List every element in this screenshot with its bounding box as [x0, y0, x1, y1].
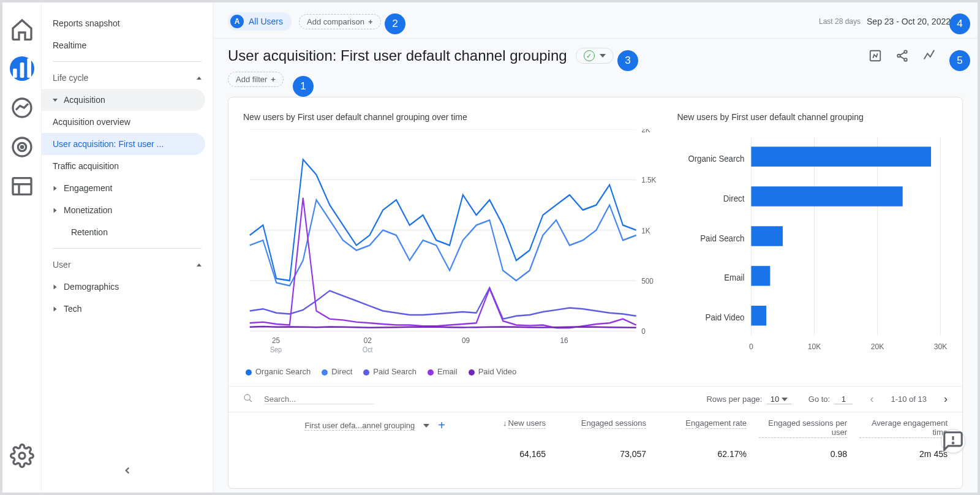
- chevron-right-icon: [54, 306, 57, 311]
- svg-line-52: [249, 399, 252, 402]
- nav-realtime[interactable]: Realtime: [42, 34, 213, 56]
- customize-icon[interactable]: [869, 48, 882, 64]
- home-icon[interactable]: [10, 17, 34, 42]
- search-icon: [243, 393, 253, 405]
- svg-text:09: 09: [462, 336, 470, 345]
- svg-text:Sep: Sep: [270, 346, 282, 353]
- legend-item[interactable]: Direct: [322, 367, 352, 376]
- svg-text:0: 0: [641, 327, 646, 336]
- svg-text:1K: 1K: [641, 226, 650, 235]
- legend-item[interactable]: Email: [428, 367, 458, 376]
- date-range-picker[interactable]: Last 28 days Sep 23 - Oct 20, 2022: [819, 17, 963, 26]
- svg-text:Paid Search: Paid Search: [701, 233, 745, 243]
- chevron-down-icon: [53, 99, 58, 102]
- rows-per-page-label: Rows per page:: [706, 395, 762, 404]
- svg-text:0: 0: [749, 341, 753, 351]
- svg-text:16: 16: [560, 336, 568, 345]
- svg-rect-7: [13, 178, 31, 195]
- line-chart: 05001K1.5K2K25Sep02Oct0916: [243, 129, 662, 353]
- svg-rect-46: [752, 226, 783, 246]
- advertising-icon[interactable]: [10, 135, 34, 159]
- page-title: User acquisition: First user default cha…: [228, 47, 567, 64]
- nav-engagement[interactable]: Engagement: [42, 177, 213, 199]
- svg-text:500: 500: [641, 276, 654, 285]
- svg-point-6: [21, 146, 23, 148]
- legend-item[interactable]: Paid Search: [363, 367, 417, 376]
- feedback-button[interactable]: [941, 429, 965, 453]
- svg-rect-44: [752, 186, 903, 206]
- svg-text:02: 02: [364, 336, 372, 345]
- settings-icon[interactable]: [10, 444, 34, 468]
- add-comparison-button[interactable]: Add comparison +: [299, 14, 381, 29]
- line-chart-title: New users by First user default channel …: [243, 112, 662, 122]
- explore-icon[interactable]: [10, 96, 34, 120]
- svg-point-51: [244, 395, 250, 400]
- report-nav: Reports snapshot Realtime Life cycle Acq…: [42, 2, 213, 493]
- insights-icon[interactable]: [922, 48, 936, 64]
- col-avg-engagement-time[interactable]: Average engagement time: [847, 418, 948, 438]
- main-content: A All Users Add comparison + Last 28 day…: [213, 2, 978, 493]
- chevron-right-icon: [54, 208, 57, 213]
- plus-icon: +: [271, 75, 276, 84]
- svg-rect-48: [752, 266, 771, 285]
- nav-user-section[interactable]: User: [42, 254, 213, 276]
- nav-tech[interactable]: Tech: [42, 298, 213, 320]
- nav-retention[interactable]: Retention: [42, 221, 213, 243]
- legend-item[interactable]: Paid Video: [469, 367, 517, 376]
- svg-text:Oct: Oct: [363, 346, 373, 353]
- svg-rect-42: [752, 146, 932, 166]
- bar-chart: 010K20K30KOrganic SearchDirectPaid Searc…: [677, 129, 948, 353]
- bar-chart-title: New users by First user default channel …: [677, 112, 948, 122]
- svg-text:Direct: Direct: [723, 193, 745, 203]
- svg-text:Organic Search: Organic Search: [688, 153, 745, 164]
- segment-chip[interactable]: A All Users: [228, 12, 292, 31]
- legend-item[interactable]: Organic Search: [246, 367, 311, 376]
- dimension-picker[interactable]: First user defa...annel grouping: [304, 421, 415, 431]
- nav-collapse-icon[interactable]: [122, 465, 133, 478]
- chevron-down-icon: [423, 424, 429, 428]
- next-page-button[interactable]: ›: [944, 393, 948, 406]
- chevron-down-icon: [600, 54, 606, 58]
- reports-icon[interactable]: [10, 56, 34, 81]
- nav-traffic-acquisition[interactable]: Traffic acquisition: [42, 155, 213, 177]
- col-engagement-rate[interactable]: Engagement rate: [646, 418, 747, 429]
- goto-input[interactable]: 1: [834, 395, 853, 404]
- nav-monetization[interactable]: Monetization: [42, 199, 213, 221]
- svg-text:25: 25: [272, 336, 280, 345]
- nav-acq-overview[interactable]: Acquisition overview: [42, 111, 213, 133]
- callout-5: 5: [949, 50, 970, 71]
- svg-point-10: [19, 453, 25, 459]
- prev-page-button[interactable]: ‹: [870, 393, 873, 406]
- nav-acquisition[interactable]: Acquisition: [42, 89, 205, 111]
- svg-text:10K: 10K: [808, 341, 821, 351]
- table-search-input[interactable]: [264, 395, 374, 404]
- svg-point-14: [904, 58, 907, 61]
- nav-demographics[interactable]: Demographics: [42, 276, 213, 298]
- nav-life-cycle[interactable]: Life cycle: [42, 67, 213, 89]
- svg-text:Paid Video: Paid Video: [706, 312, 745, 323]
- page-range: 1-10 of 13: [891, 395, 927, 404]
- col-new-users[interactable]: ↓New users: [445, 418, 546, 429]
- col-engaged-per-user[interactable]: Engaged sessions per user: [747, 418, 847, 438]
- add-dimension-button[interactable]: +: [438, 418, 445, 433]
- svg-text:Email: Email: [725, 273, 745, 283]
- rows-per-page-select[interactable]: 10: [767, 395, 791, 404]
- data-quality-chip[interactable]: ✓: [576, 48, 614, 64]
- share-icon[interactable]: [895, 48, 909, 64]
- check-circle-icon: ✓: [584, 50, 595, 61]
- nav-reports-snapshot[interactable]: Reports snapshot: [42, 12, 213, 34]
- configure-icon[interactable]: [10, 174, 34, 198]
- segment-badge: A: [230, 15, 244, 28]
- add-filter-button[interactable]: Add filter +: [228, 72, 284, 87]
- chevron-up-icon: [197, 263, 202, 266]
- svg-text:2K: 2K: [641, 129, 650, 134]
- svg-point-54: [952, 442, 954, 444]
- col-engaged-sessions[interactable]: Engaged sessions: [546, 418, 646, 429]
- svg-rect-0: [13, 69, 17, 78]
- icon-rail: [2, 2, 42, 493]
- svg-text:1.5K: 1.5K: [641, 176, 657, 185]
- svg-text:30K: 30K: [934, 341, 948, 351]
- nav-user-acquisition[interactable]: User acquisition: First user ...: [42, 133, 205, 155]
- goto-label: Go to:: [809, 395, 830, 404]
- svg-line-16: [900, 56, 905, 59]
